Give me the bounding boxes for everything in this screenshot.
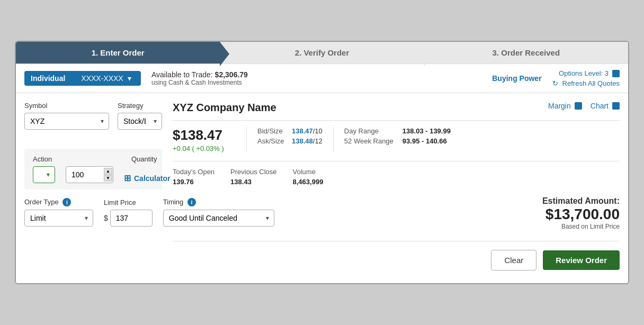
day-range-row: Day Range 138.03 - 139.99 (344, 127, 451, 135)
dollar-sign: $ (104, 214, 108, 222)
external-icon (612, 70, 620, 77)
symbol-input-wrapper (24, 113, 109, 130)
action-select[interactable]: Buy (33, 166, 55, 183)
qty-down-button[interactable]: ▼ (104, 175, 112, 182)
strategy-field-group: Strategy Stock/ETF ▾ (118, 102, 162, 130)
trading-window: 1. Enter Order 2. Verify Order 3. Order … (15, 41, 629, 284)
step-3-label: 3. Order Received (493, 48, 560, 57)
action-qty-row: Buy ▾ ▲ ▼ ⊞ Calculator (33, 166, 154, 183)
calculator-icon: ⊞ (124, 173, 131, 183)
company-name: XYZ Company Name (173, 102, 276, 114)
order-type-field-group: Order Type i Limit ▾ (24, 198, 93, 227)
qty-input-wrapper: ▲ ▼ (66, 166, 113, 183)
limit-price-input[interactable] (110, 210, 153, 227)
ask-value: 138.48/12 (292, 137, 323, 145)
buying-power-link[interactable]: Buying Power (492, 74, 541, 83)
prev-close-value: 138.43 (230, 178, 276, 186)
symbol-strategy-row: Symbol Strategy Stock/ETF ▾ (24, 102, 162, 138)
step-1[interactable]: 1. Enter Order (16, 42, 220, 64)
day-range-value: 138.03 - 139.99 (402, 127, 451, 135)
order-type-select[interactable]: Limit (24, 210, 93, 227)
step-2-label: 2. Verify Order (295, 48, 350, 57)
margin-external-icon (575, 102, 582, 110)
price-change: +0.04 ( +0.03% ) (173, 145, 236, 152)
limit-price-field-group: Limit Price $ (104, 198, 153, 227)
options-level-link[interactable]: Options Level: 3 (559, 69, 620, 77)
day-range-label: Day Range (344, 127, 397, 135)
estimated-label: Estimated Amount: (173, 196, 620, 206)
week-range-row: 52 Week Range 93.95 - 140.66 (344, 137, 451, 145)
strategy-select[interactable]: Stock/ETF (118, 113, 162, 130)
action-select-wrapper: Buy ▾ (33, 166, 55, 183)
available-sub: using Cash & Cash Investments (151, 79, 481, 86)
review-order-button[interactable]: Review Order (543, 250, 620, 270)
chart-external-icon (612, 102, 620, 110)
order-type-label: Order Type i (24, 198, 93, 206)
order-type-select-wrapper: Limit ▾ (24, 210, 93, 227)
quote-second-row: Today's Open 139.76 Previous Close 138.4… (173, 161, 620, 186)
price-block: $138.47 +0.04 ( +0.03% ) (173, 127, 247, 152)
left-panel: Symbol Strategy Stock/ETF ▾ (24, 102, 162, 275)
ask-row: Ask/Size 138.48/12 (257, 137, 323, 145)
quote-links: Margin Chart (548, 102, 620, 110)
step-indicator: 1. Enter Order 2. Verify Order 3. Order … (16, 42, 628, 64)
order-type-info-icon[interactable]: i (62, 198, 71, 206)
available-label: Available to Trade: (151, 70, 213, 79)
week-range-value: 93.95 - 140.66 (402, 137, 447, 145)
volume-label: Volume (293, 168, 324, 176)
timing-select-wrapper: Good Until Canceled ▾ (163, 210, 274, 227)
top-right-links: Options Level: 3 ↻ Refresh All Quotes (552, 69, 620, 87)
strategy-select-wrapper: Stock/ETF ▾ (118, 113, 162, 130)
calculator-link[interactable]: ⊞ Calculator (124, 173, 170, 183)
main-content: Symbol Strategy Stock/ETF ▾ (16, 93, 628, 283)
chart-link[interactable]: Chart (591, 102, 620, 110)
todays-open-value: 139.76 (173, 178, 214, 186)
account-bar: Individual XXXX-XXXX ▾ Available to Trad… (16, 64, 628, 93)
action-quantity-section: Action Quantity Buy ▾ ▲ ▼ (24, 149, 162, 189)
right-panel: XYZ Company Name Margin Chart $138.47 (173, 102, 620, 275)
limit-price-input-wrapper: $ (104, 210, 153, 227)
quote-header: XYZ Company Name Margin Chart (173, 102, 620, 114)
volume-value: 8,463,999 (293, 178, 324, 186)
step-1-label: 1. Enter Order (92, 48, 145, 57)
action-label: Action (33, 155, 121, 163)
todays-open-stat: Today's Open 139.76 (173, 168, 214, 186)
margin-link[interactable]: Margin (548, 102, 582, 110)
step-2[interactable]: 2. Verify Order (220, 42, 424, 64)
bid-value: 138.47/10 (292, 127, 323, 135)
week-range-label: 52 Week Range (344, 137, 397, 145)
symbol-input[interactable] (24, 113, 109, 130)
strategy-label: Strategy (118, 102, 162, 110)
range-block: Day Range 138.03 - 139.99 52 Week Range … (344, 127, 451, 152)
account-type-label: Individual (31, 74, 65, 83)
clear-button[interactable]: Clear (491, 250, 536, 270)
bid-label: Bid/Size (257, 127, 287, 135)
step-3[interactable]: 3. Order Received (424, 42, 628, 64)
refresh-quotes-link[interactable]: ↻ Refresh All Quotes (552, 79, 620, 87)
symbol-label: Symbol (24, 102, 109, 110)
available-info: Available to Trade: $2,306.79 using Cash… (151, 70, 481, 86)
button-row: Clear Review Order (173, 246, 620, 275)
action-qty-labels: Action Quantity (33, 155, 154, 163)
limit-price-label: Limit Price (104, 198, 153, 206)
volume-stat: Volume 8,463,999 (293, 168, 324, 186)
ask-label: Ask/Size (257, 137, 287, 145)
refresh-icon: ↻ (552, 79, 558, 87)
current-price: $138.47 (173, 127, 236, 143)
bid-row: Bid/Size 138.47/10 (257, 127, 323, 135)
prev-close-label: Previous Close (230, 168, 276, 176)
qty-spinners: ▲ ▼ (104, 168, 112, 182)
divider (173, 241, 620, 241)
quote-body: $138.47 +0.04 ( +0.03% ) Bid/Size 138.47… (173, 120, 620, 152)
account-number: XXXX-XXXX ▾ (81, 74, 131, 83)
symbol-field-group: Symbol (24, 102, 109, 130)
todays-open-label: Today's Open (173, 168, 214, 176)
account-dropdown-icon: ▾ (128, 74, 131, 83)
account-selector[interactable]: Individual XXXX-XXXX ▾ (24, 71, 141, 86)
available-amount: $2,306.79 (215, 70, 248, 79)
qty-up-button[interactable]: ▲ (104, 168, 112, 175)
bid-ask-block: Bid/Size 138.47/10 Ask/Size 138.48/12 (257, 127, 334, 152)
timing-select[interactable]: Good Until Canceled (163, 210, 274, 227)
prev-close-stat: Previous Close 138.43 (230, 168, 276, 186)
order-type-section: Order Type i Limit ▾ Limit Price $ (24, 189, 162, 235)
